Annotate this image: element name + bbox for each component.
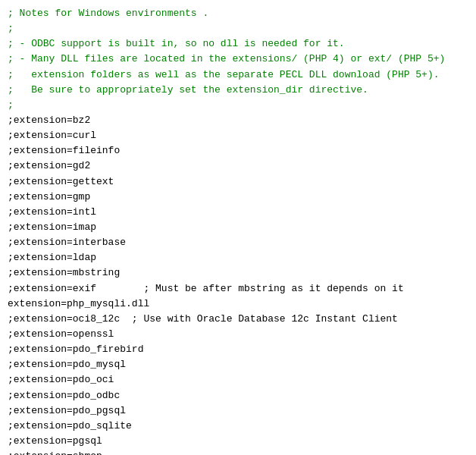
code-line: ;extension=mbstring [8, 267, 120, 278]
code-line: ;extension=pdo_pgsql [8, 405, 126, 416]
code-line: ;extension=pdo_odbc [8, 390, 120, 401]
code-content: ; Notes for Windows environments . ; ; -… [8, 6, 468, 455]
code-line: ; - ODBC support is built in, so no dll … [8, 38, 345, 49]
code-line: ;extension=ldap [8, 252, 96, 263]
code-line: ;extension=pdo_sqlite [8, 420, 132, 431]
code-line: ;extension=shmop [8, 450, 102, 455]
code-line: ;extension=pdo_firebird [8, 344, 143, 355]
code-line: ;extension=pgsql [8, 435, 102, 447]
code-line: ;extension=interbase [8, 237, 126, 248]
code-line: ;extension=gmp [8, 191, 90, 202]
code-line: ;extension=exif ; Must be after mbstring… [8, 283, 404, 294]
code-line: extension=php_mysqli.dll [8, 298, 149, 309]
code-line: ;extension=pdo_oci [8, 374, 114, 385]
code-line: ; Be sure to appropriately set the exten… [8, 84, 368, 96]
code-line: ;extension=pdo_mysql [8, 359, 126, 370]
code-line: ;extension=openssl [8, 328, 114, 340]
code-line: ; [8, 23, 14, 34]
code-line: ; [8, 99, 14, 111]
code-line: ; extension folders as well as the separ… [8, 69, 440, 80]
code-line: ;extension=imap [8, 221, 96, 233]
code-line: ;extension=bz2 [8, 115, 90, 126]
code-line: ;extension=intl [8, 206, 96, 218]
code-line: ;extension=curl [8, 130, 96, 141]
code-line: ;extension=gd2 [8, 160, 90, 171]
code-line: ;extension=gettext [8, 176, 114, 187]
code-line: ;extension=fileinfo [8, 145, 120, 156]
code-line: ; Notes for Windows environments . [8, 8, 208, 19]
code-line: ;extension=oci8_12c ; Use with Oracle Da… [8, 313, 398, 325]
code-line: ; - Many DLL files are located in the ex… [8, 53, 445, 64]
